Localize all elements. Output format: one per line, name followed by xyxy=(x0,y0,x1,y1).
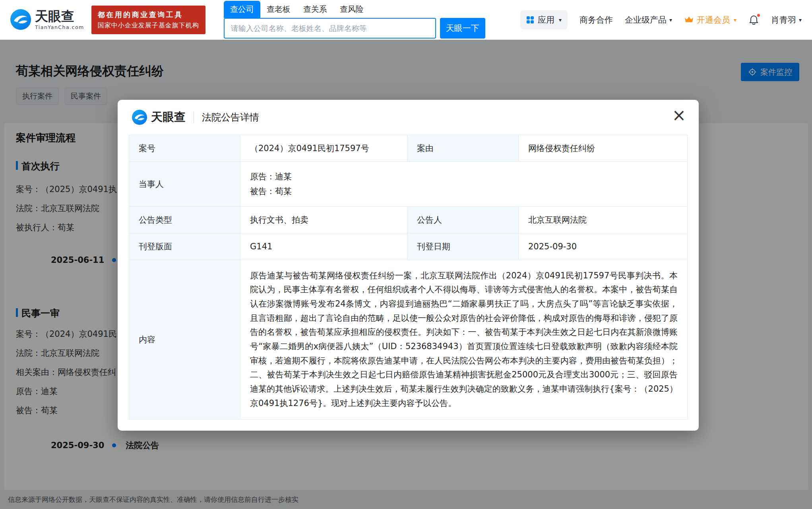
modal-header: 天眼查 法院公告详情 × xyxy=(129,100,688,135)
case-number-value: （2024）京0491民初17597号 xyxy=(240,135,407,162)
table-row: 当事人 原告：迪某 被告：荀某 xyxy=(129,162,688,207)
brand-domain: TianYanCha.com xyxy=(35,24,84,30)
brand-name: 天眼查 xyxy=(151,109,186,125)
apps-menu[interactable]: 应用 ▾ xyxy=(520,10,568,29)
announcement-type-label: 公告类型 xyxy=(129,206,240,233)
username: 肖青羽 xyxy=(771,14,796,25)
parties-value: 原告：迪某 被告：荀某 xyxy=(240,162,688,207)
content-label: 内容 xyxy=(129,260,240,420)
notification-badge xyxy=(756,13,761,17)
case-number-label: 案号 xyxy=(129,135,240,162)
grid-icon xyxy=(526,16,534,24)
search-tabs: 查公司 查老板 查关系 查风险 xyxy=(224,1,485,18)
table-row: 公告类型 执行文书、拍卖 公告人 北京互联网法院 xyxy=(129,206,688,233)
business-cooperation-label: 商务合作 xyxy=(579,14,613,25)
plaintiff-value: 原告：迪某 xyxy=(250,169,678,184)
announcement-detail-table: 案号 （2024）京0491民初17597号 案由 网络侵权责任纠纷 当事人 原… xyxy=(129,135,688,420)
announcer-value: 北京互联网法院 xyxy=(519,206,688,233)
enterprise-products-label: 企业级产品 xyxy=(625,14,667,25)
user-menu[interactable]: 肖青羽 ▾ xyxy=(771,14,802,25)
menu-open-vip[interactable]: 开通会员 ▾ xyxy=(684,14,736,25)
close-icon[interactable]: × xyxy=(672,107,686,124)
promo-banner: 都在用的商业查询工具 国家中小企业发展子基金旗下机构 xyxy=(91,6,205,34)
menu-enterprise-products[interactable]: 企业级产品 ▾ xyxy=(625,14,672,25)
announcement-type-value: 执行文书、拍卖 xyxy=(240,206,407,233)
search-button[interactable]: 天眼一下 xyxy=(440,18,485,39)
tab-search-company[interactable]: 查公司 xyxy=(224,1,260,18)
publish-date-value: 2025-09-30 xyxy=(519,233,688,260)
apps-menu-label: 应用 xyxy=(538,14,554,25)
open-vip-label: 开通会员 xyxy=(697,14,730,25)
notification-bell-icon[interactable] xyxy=(748,14,759,25)
divider xyxy=(194,111,194,123)
tianyancha-logo-icon xyxy=(132,110,147,125)
tianyancha-logo[interactable]: 天眼查 TianYanCha.com xyxy=(10,9,84,30)
table-row: 刊登版面 G141 刊登日期 2025-09-30 xyxy=(129,233,688,260)
publish-page-label: 刊登版面 xyxy=(129,233,240,260)
chevron-down-icon: ▾ xyxy=(734,17,736,23)
announcer-label: 公告人 xyxy=(407,206,519,233)
publish-page-value: G141 xyxy=(240,233,407,260)
parties-label: 当事人 xyxy=(129,162,240,207)
tab-search-boss[interactable]: 查老板 xyxy=(260,1,297,18)
chevron-down-icon: ▾ xyxy=(799,17,802,23)
chevron-down-icon: ▾ xyxy=(559,17,562,23)
cause-label: 案由 xyxy=(407,135,519,162)
header-menu: 应用 ▾ 商务合作 企业级产品 ▾ 开通会员 ▾ 肖青羽 ▾ xyxy=(520,10,802,29)
top-header: 天眼查 TianYanCha.com 都在用的商业查询工具 国家中小企业发展子基… xyxy=(0,0,812,40)
modal-title: 法院公告详情 xyxy=(202,111,259,124)
table-row: 内容 原告迪某与被告荀某网络侵权责任纠纷一案，北京互联网法院作出（2024）京0… xyxy=(129,260,688,420)
defendant-value: 被告：荀某 xyxy=(250,184,678,199)
chevron-down-icon: ▾ xyxy=(669,17,672,23)
search-input[interactable] xyxy=(224,18,436,39)
menu-business-cooperation[interactable]: 商务合作 xyxy=(579,14,613,25)
promo-line1: 都在用的商业查询工具 xyxy=(98,10,199,19)
crown-icon xyxy=(684,16,694,24)
content-value: 原告迪某与被告荀某网络侵权责任纠纷一案，北京互联网法院作出（2024）京0491… xyxy=(240,260,688,420)
search-block: 查公司 查老板 查关系 查风险 天眼一下 xyxy=(224,1,485,39)
cause-value: 网络侵权责任纠纷 xyxy=(519,135,688,162)
brand-name: 天眼查 xyxy=(35,9,84,23)
tianyancha-logo-icon xyxy=(10,9,31,30)
court-announcement-modal: 天眼查 法院公告详情 × 案号 （2024）京0491民初17597号 案由 网… xyxy=(118,100,699,431)
publish-date-label: 刊登日期 xyxy=(407,233,519,260)
tab-search-relation[interactable]: 查关系 xyxy=(297,1,333,18)
tab-search-risk[interactable]: 查风险 xyxy=(333,1,370,18)
promo-line2: 国家中小企业发展子基金旗下机构 xyxy=(98,21,199,30)
table-row: 案号 （2024）京0491民初17597号 案由 网络侵权责任纠纷 xyxy=(129,135,688,162)
